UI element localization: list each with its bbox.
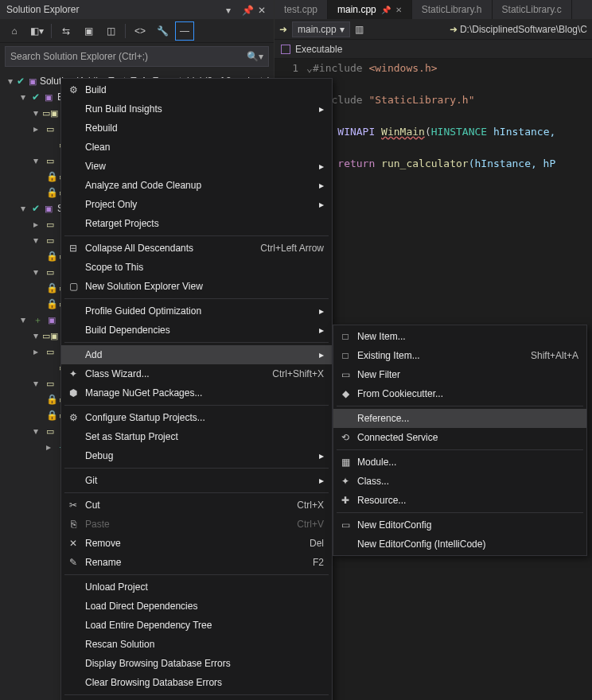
tab-test-cpp[interactable]: test.cpp	[275, 0, 328, 19]
tab-staticlibrary-c[interactable]: StaticLibrary.c	[493, 0, 572, 19]
split-icon[interactable]: ▥	[355, 24, 364, 35]
menu-item-existing-item[interactable]: □Existing Item...Shift+Alt+A	[333, 346, 586, 365]
search-icon: 🔍▾	[247, 51, 263, 62]
chevron-right-icon: ▸	[310, 161, 324, 172]
properties-icon[interactable]: 🔧	[153, 21, 172, 41]
plus-icon: ＋	[32, 314, 43, 325]
menu-item-new-solution-explorer-view[interactable]: ▢New Solution Explorer View	[61, 277, 332, 296]
menu-item-class[interactable]: ✦Class...	[333, 472, 586, 491]
▭-icon: ▭	[337, 519, 354, 531]
code-token: run_calculator	[375, 158, 468, 169]
menu-item-display-browsing-database-errors[interactable]: Display Browsing Database Errors	[61, 654, 332, 673]
tab-main-cpp[interactable]: main.cpp 📌 ✕	[328, 0, 412, 19]
✚-icon: ✚	[337, 495, 354, 506]
▦-icon: ▦	[337, 457, 354, 468]
chevron-down-icon: ▾	[8, 76, 14, 87]
pin-icon[interactable]: 📌	[381, 6, 391, 14]
menu-item-new-editorconfig-intellicode[interactable]: New EditorConfig (IntelliCode)	[333, 535, 586, 554]
menu-separator	[64, 405, 329, 406]
menu-item-collapse-all-descendants[interactable]: ⊟Collapse All DescendantsCtrl+Left Arrow	[61, 239, 332, 258]
tab-label: main.cpp	[337, 4, 376, 15]
menu-item-load-entire-dependency-tree[interactable]: Load Entire Dependency Tree	[61, 616, 332, 635]
menu-item-profile-guided-optimization[interactable]: Profile Guided Optimization▸	[61, 301, 332, 321]
pending-icon[interactable]: ▣	[79, 21, 98, 41]
menu-item-new-filter[interactable]: ▭New Filter	[333, 365, 586, 384]
menu-label: Unload Project	[82, 581, 324, 593]
menu-item-add[interactable]: Add▸	[61, 345, 332, 364]
menu-item-rebuild[interactable]: Rebuild	[61, 119, 332, 138]
menu-item-configure-startup-projects[interactable]: ⚙Configure Startup Projects...	[61, 408, 332, 427]
tab-staticlibrary-h[interactable]: StaticLibrary.h	[412, 0, 493, 19]
menu-item-retarget-projects[interactable]: Retarget Projects	[61, 214, 332, 233]
menu-item-cut[interactable]: ✂CutCtrl+X	[61, 496, 332, 515]
menu-separator	[337, 406, 583, 406]
preview-icon[interactable]: —	[175, 21, 194, 41]
menu-item-class-wizard[interactable]: ✦Class Wizard...Ctrl+Shift+X	[61, 364, 332, 383]
dropdown-icon[interactable]: ▾	[226, 5, 236, 14]
menu-item-clear-browsing-database-errors[interactable]: Clear Browsing Database Errors	[61, 673, 332, 692]
arrow-icon: ➜	[279, 24, 287, 35]
menu-item-rescan-solution[interactable]: Rescan Solution	[61, 635, 332, 654]
menu-item-new-item[interactable]: □New Item...	[333, 327, 586, 346]
menu-label: Class Wizard...	[82, 368, 263, 379]
menu-item-unload-project[interactable]: Unload Project	[61, 578, 332, 597]
pin-icon[interactable]: 📌	[242, 5, 251, 14]
menu-label: Existing Item...	[354, 350, 521, 361]
menu-label: Analyze and Code Cleanup	[82, 180, 310, 191]
menu-label: Paste	[82, 519, 287, 530]
show-all-icon[interactable]: <>	[130, 21, 150, 41]
menu-label: Configure Startup Projects...	[82, 412, 324, 423]
menu-label: Connected Service	[354, 432, 578, 443]
✂-icon: ✂	[64, 500, 82, 511]
switch-views-icon[interactable]: ◧▾	[27, 21, 46, 41]
menu-item-from-cookiecutter[interactable]: ◆From Cookiecutter...	[333, 384, 586, 403]
menu-shortcut: Shift+Alt+A	[521, 350, 578, 361]
sync-icon[interactable]: ⇆	[56, 21, 76, 41]
menu-item-connected-service[interactable]: ⟲Connected Service	[333, 428, 586, 447]
menu-separator	[64, 574, 329, 575]
project-icon: ▣	[43, 91, 54, 103]
menu-label: Rename	[82, 557, 303, 568]
⟲-icon: ⟲	[337, 432, 354, 443]
menu-item-new-editorconfig[interactable]: ▭New EditorConfig	[333, 515, 586, 535]
menu-label: Reference...	[354, 413, 578, 424]
menu-item-remove[interactable]: ✕RemoveDel	[61, 534, 332, 553]
menu-label: New Item...	[354, 331, 578, 342]
menu-label: Project Only	[82, 199, 310, 210]
menu-item-module[interactable]: ▦Module...	[333, 453, 586, 472]
editor-crumb[interactable]: Executable	[275, 40, 592, 59]
menu-item-project-only[interactable]: Project Only▸	[61, 195, 332, 214]
menu-label: New EditorConfig (IntelliCode)	[354, 539, 578, 550]
code-token: WINAPI	[331, 126, 381, 138]
menu-item-analyze-and-code-cleanup[interactable]: Analyze and Code Cleanup▸	[61, 176, 332, 195]
menu-shortcut: Ctrl+X	[287, 500, 324, 511]
home-icon[interactable]: ⌂	[5, 21, 24, 41]
menu-label: Remove	[82, 538, 300, 549]
close-icon[interactable]: ✕	[395, 6, 402, 14]
menu-item-debug[interactable]: Debug▸	[61, 446, 332, 465]
menu-item-load-direct-dependencies[interactable]: Load Direct Dependencies	[61, 597, 332, 616]
search-input[interactable]: Search Solution Explorer (Ctrl+;) 🔍▾	[5, 46, 269, 67]
menu-item-git[interactable]: Git▸	[61, 471, 332, 490]
close-icon[interactable]: ✕	[258, 5, 267, 14]
⎘-icon: ⎘	[64, 519, 82, 530]
menu-item-view[interactable]: View▸	[61, 157, 332, 176]
menu-item-manage-nuget-packages[interactable]: ⬢Manage NuGet Packages...	[61, 383, 332, 402]
menu-label: Build	[82, 84, 324, 95]
menu-item-set-as-startup-project[interactable]: Set as Startup Project	[61, 427, 332, 446]
menu-item-reference[interactable]: Reference...	[333, 409, 586, 428]
refresh-icon[interactable]: ◫	[101, 21, 120, 41]
menu-item-scope-to-this[interactable]: Scope to This	[61, 258, 332, 277]
menu-label: Scope to This	[82, 262, 324, 273]
menu-item-build[interactable]: ⚙Build	[61, 80, 332, 99]
menu-item-rename[interactable]: ✎RenameF2	[61, 553, 332, 572]
menu-item-clean[interactable]: Clean	[61, 138, 332, 157]
file-combo[interactable]: main.cpp▾	[292, 21, 350, 37]
code-text[interactable]: ⌄#include <windows.h> #include "StaticLi…	[306, 59, 555, 188]
menu-label: New Filter	[354, 369, 578, 380]
menu-item-run-build-insights[interactable]: Run Build Insights▸	[61, 99, 332, 119]
editor-nav-bar: ➜ main.cpp▾ ▥ ➜ D:\DisciplinedSoftware\B…	[275, 19, 592, 40]
menu-label: Set as Startup Project	[82, 431, 324, 442]
menu-item-resource[interactable]: ✚Resource...	[333, 491, 586, 510]
menu-item-build-dependencies[interactable]: Build Dependencies▸	[61, 321, 332, 340]
